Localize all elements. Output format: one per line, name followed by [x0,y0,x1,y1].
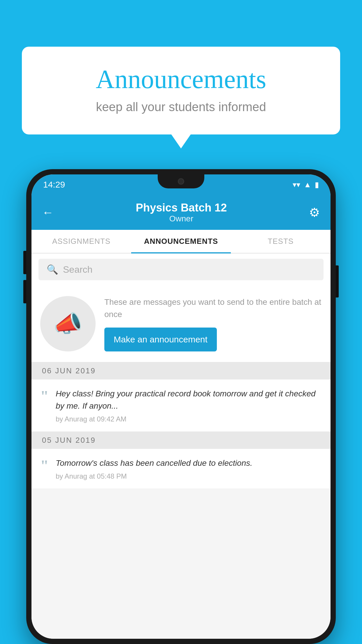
announcement-meta-2: by Anurag at 05:48 PM [56,472,322,480]
battery-icon: ▮ [315,180,319,189]
speech-bubble: Announcements keep all your students inf… [22,47,340,134]
prompt-right: These are messages you want to send to t… [104,296,322,351]
announcement-text-2: Tomorrow's class has been cancelled due … [56,457,322,469]
tab-announcements[interactable]: ANNOUNCEMENTS [131,230,231,253]
announcement-meta-1: by Anurag at 09:42 AM [56,415,322,423]
status-icons: ▾▾ ▲ ▮ [293,180,319,189]
search-bar[interactable]: 🔍 Search [38,259,324,280]
date-label-1: 06 JUN 2019 [42,366,96,375]
app-bar-title: Physics Batch 12 [54,202,309,214]
search-bar-wrapper: 🔍 Search [31,253,331,286]
wifi-icon: ▾▾ [293,180,300,189]
announcement-prompt: 📣 These are messages you want to send to… [31,286,331,362]
tab-tests[interactable]: TESTS [231,230,331,253]
date-separator-2: 05 JUN 2019 [31,432,331,449]
announcement-content-1: Hey class! Bring your practical record b… [56,388,322,423]
date-label-2: 05 JUN 2019 [42,436,96,445]
announcement-content-2: Tomorrow's class has been cancelled due … [56,457,322,480]
tab-bar: ASSIGNMENTS ANNOUNCEMENTS TESTS [31,230,331,253]
announcement-text-1: Hey class! Bring your practical record b… [56,388,322,412]
notch-camera [178,178,184,185]
announcement-item-2[interactable]: " Tomorrow's class has been cancelled du… [31,449,331,489]
phone-outer: 14:29 ▾▾ ▲ ▮ ← Physics Batch 12 Owner ⚙ … [26,169,336,644]
volume-down-button [23,280,26,303]
power-button [336,265,339,298]
app-bar-subtitle: Owner [54,214,309,223]
status-time: 14:29 [43,180,65,190]
make-announcement-button[interactable]: Make an announcement [104,328,217,351]
phone-notch [158,174,204,188]
megaphone-icon: 📣 [53,310,82,337]
speech-bubble-section: Announcements keep all your students inf… [22,47,340,134]
megaphone-circle: 📣 [40,296,96,351]
bubble-title: Announcements [45,64,317,94]
app-bar-title-area: Physics Batch 12 Owner [54,202,309,223]
back-button[interactable]: ← [42,206,54,219]
search-input[interactable]: Search [63,264,92,275]
prompt-description: These are messages you want to send to t… [104,296,322,321]
phone-screen: 14:29 ▾▾ ▲ ▮ ← Physics Batch 12 Owner ⚙ … [31,174,331,639]
settings-button[interactable]: ⚙ [309,205,320,220]
bubble-subtitle: keep all your students informed [45,100,317,114]
signal-icon: ▲ [304,180,311,189]
volume-up-button [23,251,26,274]
content-area: 🔍 Search 📣 These are messages you want t… [31,253,331,639]
app-bar: ← Physics Batch 12 Owner ⚙ [31,195,331,230]
phone-container: 14:29 ▾▾ ▲ ▮ ← Physics Batch 12 Owner ⚙ … [26,169,336,644]
date-separator-1: 06 JUN 2019 [31,362,331,379]
quote-icon-1: " [40,389,49,404]
tab-assignments[interactable]: ASSIGNMENTS [31,230,131,253]
quote-icon-2: " [40,458,49,473]
announcement-item-1[interactable]: " Hey class! Bring your practical record… [31,379,331,432]
search-icon: 🔍 [47,264,58,275]
